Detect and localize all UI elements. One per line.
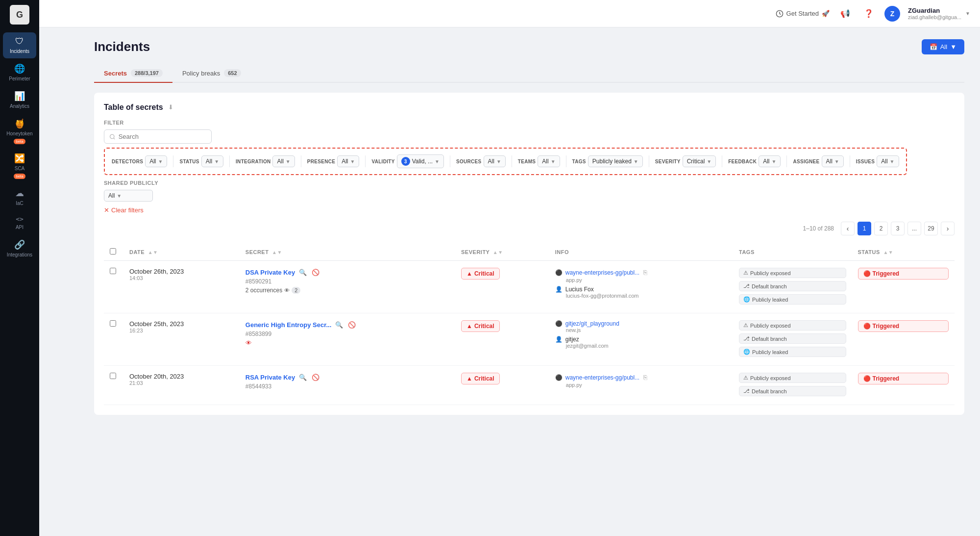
download-btn[interactable]: ⬇ xyxy=(167,102,174,112)
row-checkbox-1[interactable] xyxy=(110,268,116,274)
copy-repo-1[interactable]: ⎘ xyxy=(642,268,648,277)
row-checkbox-3[interactable] xyxy=(110,373,116,379)
detectors-dropdown[interactable]: All ▼ xyxy=(145,155,167,167)
tags-dropdown[interactable]: Publicly leaked ▼ xyxy=(588,155,643,167)
assignee-dropdown[interactable]: All ▼ xyxy=(822,155,844,167)
sources-dropdown[interactable]: All ▼ xyxy=(484,155,506,167)
secret-name-3[interactable]: RSA Private Key xyxy=(245,374,295,381)
sources-label: SOURCES xyxy=(456,159,482,164)
search-input[interactable] xyxy=(119,133,206,140)
ban-secret-2[interactable]: 🚫 xyxy=(347,320,357,330)
tag-1-3: 🌐 Publicly leaked xyxy=(739,294,846,305)
get-started-btn[interactable]: Get Started 🚀 xyxy=(776,10,830,18)
issues-label: ISSUES xyxy=(856,159,875,164)
feedback-label: FEEDBACK xyxy=(728,159,757,164)
repo-1[interactable]: ⚫ wayne-enterprises-gg/publ... ⎘ xyxy=(555,268,727,277)
sidebar-item-sca[interactable]: 🔀 SCA beta xyxy=(3,149,36,183)
filter-group-teams: TEAMS All ▼ xyxy=(518,155,560,167)
th-severity[interactable]: SEVERITY ▲▼ xyxy=(455,243,549,261)
status-icon-1: 🔴 xyxy=(863,270,871,277)
date-sort-icon: ▲▼ xyxy=(148,250,158,255)
sidebar-label-integrations: Integrations xyxy=(7,252,32,258)
severity-badge-3: ▲ Critical xyxy=(461,373,500,384)
page-btn-29[interactable]: 29 xyxy=(924,222,938,235)
next-page-btn[interactable]: › xyxy=(941,222,955,235)
search-box[interactable] xyxy=(104,129,212,144)
file-1: app.py xyxy=(566,277,727,283)
secret-id-3: #8544933 xyxy=(245,383,449,390)
filter-group-sources: SOURCES All ▼ xyxy=(456,155,506,167)
page-btn-1[interactable]: 1 xyxy=(858,222,871,235)
divider-10 xyxy=(786,155,787,167)
sidebar-item-analytics[interactable]: 📊 Analytics xyxy=(3,87,36,113)
tab-secrets[interactable]: Secrets 288/3,197 xyxy=(94,64,172,83)
sidebar-item-iac[interactable]: ☁ IaC xyxy=(3,184,36,210)
main-content: Incidents 📅 All ▼ Secrets 288/3,197 Poli… xyxy=(78,27,980,536)
table-header-row: Table of secrets ⬇ xyxy=(104,102,955,112)
sidebar-item-honeytoken[interactable]: 🍯 Honeytoken beta xyxy=(3,114,36,148)
tag-3-1: ⚠ Publicly exposed xyxy=(739,373,846,383)
tag-1-1: ⚠ Publicly exposed xyxy=(739,268,846,278)
filter-group-feedback: FEEDBACK All ▼ xyxy=(728,155,781,167)
shared-publicly-dropdown[interactable]: All ▼ xyxy=(104,190,153,202)
teams-dropdown[interactable]: All ▼ xyxy=(538,155,560,167)
sidebar-label-api: API xyxy=(16,225,24,230)
ban-secret-1[interactable]: 🚫 xyxy=(311,268,320,277)
all-filter-btn[interactable]: 📅 All ▼ xyxy=(922,39,964,54)
th-status[interactable]: STATUS ▲▼ xyxy=(852,243,955,261)
table-row: October 25th, 2023 16:23 Generic High En… xyxy=(104,313,955,366)
prev-page-btn[interactable]: ‹ xyxy=(841,222,855,235)
search-secret-2[interactable]: 🔍 xyxy=(334,320,344,330)
api-icon: <> xyxy=(16,215,24,223)
sidebar-label-iac: IaC xyxy=(16,201,24,206)
sidebar-label-sca: SCA xyxy=(15,166,25,172)
tab-policy-breaks[interactable]: Policy breaks 652 xyxy=(172,64,251,83)
feedback-dropdown[interactable]: All ▼ xyxy=(759,155,781,167)
search-secret-1[interactable]: 🔍 xyxy=(298,268,308,277)
repo-3[interactable]: ⚫ wayne-enterprises-gg/publ... ⎘ xyxy=(555,373,727,382)
divider-1 xyxy=(173,155,173,167)
validity-badge: 3 xyxy=(401,157,410,166)
integrations-icon: 🔗 xyxy=(14,239,25,250)
sidebar-item-integrations[interactable]: 🔗 Integrations xyxy=(3,235,36,262)
user-menu[interactable]: ZGuardian ziad.ghalleb@gitgua... ▼ xyxy=(908,7,970,20)
calendar-icon: 📅 xyxy=(930,43,937,51)
globe-icon-2-3: 🌐 xyxy=(743,349,750,355)
sidebar-nav: 🛡 Incidents 🌐 Perimeter 📊 Analytics 🍯 Ho… xyxy=(0,32,39,262)
incidents-icon: 🛡 xyxy=(15,36,24,47)
filter-row: DETECTORS All ▼ STATUS All ▼ xyxy=(104,129,955,175)
presence-chevron: ▼ xyxy=(350,159,355,164)
sidebar-item-perimeter[interactable]: 🌐 Perimeter xyxy=(3,59,36,86)
search-secret-3[interactable]: 🔍 xyxy=(298,373,308,382)
notifications-btn[interactable]: 📢 xyxy=(837,6,853,22)
filter-group-status: STATUS All ▼ xyxy=(179,155,223,167)
help-btn[interactable]: ❓ xyxy=(861,6,877,22)
th-date[interactable]: DATE ▲▼ xyxy=(123,243,240,261)
status-col-1: 🔴 Triggered xyxy=(858,268,949,280)
secret-name-2[interactable]: Generic High Entropy Secr... xyxy=(245,321,332,329)
secret-name-1[interactable]: DSA Private Key xyxy=(245,269,295,276)
page-btn-2[interactable]: 2 xyxy=(874,222,888,235)
presence-label: PRESENCE xyxy=(307,159,335,164)
sidebar-item-api[interactable]: <> API xyxy=(3,211,36,234)
select-all-checkbox[interactable] xyxy=(110,248,116,255)
page-btn-3[interactable]: 3 xyxy=(891,222,905,235)
clear-filters-btn[interactable]: ✕ Clear filters xyxy=(104,206,955,214)
ban-secret-3[interactable]: 🚫 xyxy=(311,373,320,382)
issues-dropdown[interactable]: All ▼ xyxy=(877,155,899,167)
presence-dropdown[interactable]: All ▼ xyxy=(337,155,359,167)
status-sort-icon: ▲▼ xyxy=(883,250,893,255)
tag-2-3: 🌐 Publicly leaked xyxy=(739,347,846,357)
warning-icon-3-1: ⚠ xyxy=(743,375,748,381)
iac-icon: ☁ xyxy=(15,188,24,199)
copy-repo-3[interactable]: ⎘ xyxy=(642,373,648,382)
sidebar-item-incidents[interactable]: 🛡 Incidents xyxy=(3,32,36,58)
row-checkbox-2[interactable] xyxy=(110,320,116,327)
validity-dropdown[interactable]: 3 Valid, ... ▼ xyxy=(397,154,444,168)
integration-dropdown[interactable]: All ▼ xyxy=(272,155,294,167)
table-head: DATE ▲▼ SECRET ▲▼ SEVERITY ▲▼ INFO TAGS … xyxy=(104,243,955,261)
status-dropdown[interactable]: All ▼ xyxy=(201,155,223,167)
severity-dropdown[interactable]: Critical ▼ xyxy=(683,155,716,167)
repo-2[interactable]: ⚫ gitjez/git_playground xyxy=(555,320,727,327)
th-secret[interactable]: SECRET ▲▼ xyxy=(240,243,455,261)
